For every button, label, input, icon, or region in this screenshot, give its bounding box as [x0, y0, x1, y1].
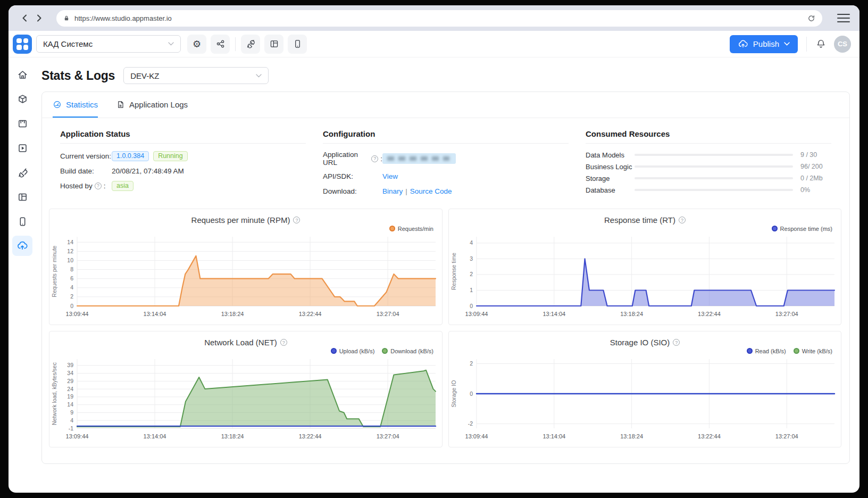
chart-title: Requests per minute (RPM)	[191, 215, 290, 225]
web-designer-button[interactable]	[264, 35, 283, 54]
browser-forward-button[interactable]	[32, 11, 46, 25]
svg-text:13:18:24: 13:18:24	[620, 433, 643, 439]
mobile-designer-button[interactable]	[288, 35, 307, 54]
info-sections: Application Status Current version: 1.0.…	[42, 118, 849, 203]
publish-button[interactable]: Publish	[730, 35, 798, 53]
svg-text:Response time: Response time	[450, 253, 457, 290]
notifications-button[interactable]	[815, 38, 827, 49]
application-url-label: Application URL	[323, 151, 369, 167]
download-label: Download:	[323, 187, 382, 195]
tab-label: Statistics	[66, 100, 98, 109]
chart-card-sio: Storage IO (SIO) Read (kB/s) Write (kB/s…	[448, 331, 841, 447]
svg-text:39: 39	[67, 362, 73, 368]
application-status-section: Application Status Current version: 1.0.…	[60, 118, 306, 203]
home-icon	[17, 69, 28, 80]
application-url-redacted-value[interactable]	[382, 153, 456, 164]
tab-statistics[interactable]: Statistics	[53, 92, 98, 118]
hosted-by-badge: asia	[112, 181, 133, 191]
sidebar-item-endpoints[interactable]	[12, 138, 32, 158]
svg-text:4: 4	[470, 239, 473, 246]
rpm-chart: 0246810121413:09:4413:14:0413:18:2413:22…	[51, 234, 441, 322]
legend-dot	[389, 226, 395, 231]
sidebar-item-modules[interactable]	[12, 162, 32, 182]
browser-back-button[interactable]	[18, 11, 32, 25]
avatar-initials: CS	[838, 40, 847, 48]
play-square-icon	[17, 143, 28, 154]
api-sdk-row: API/SDK: View	[323, 171, 569, 181]
svg-text:2: 2	[70, 293, 73, 300]
browser-menu-button[interactable]	[837, 14, 850, 22]
help-icon[interactable]	[673, 339, 680, 346]
layout-icon	[17, 192, 28, 203]
svg-text:34: 34	[67, 370, 73, 376]
svg-text:1: 1	[470, 287, 473, 293]
chevron-down-icon	[784, 42, 790, 46]
app-header: КАД Системс ⚙ Publish CS	[9, 31, 859, 57]
user-avatar[interactable]: CS	[834, 36, 851, 53]
download-source-code-link[interactable]: Source Code	[410, 187, 452, 195]
progress-bar	[635, 154, 793, 156]
phone-icon	[17, 216, 28, 227]
environment-selector-value: DEV-KZ	[130, 71, 159, 80]
version-badge: 1.0.0.384	[112, 151, 149, 161]
chart-card-net: Network Load (NET) Upload (kB/s) Downloa…	[49, 331, 443, 447]
publish-label: Publish	[753, 39, 779, 48]
help-icon[interactable]	[293, 217, 300, 223]
download-binary-link[interactable]: Binary	[382, 187, 403, 195]
sidebar-item-home[interactable]	[12, 64, 32, 85]
page-title: Stats & Logs	[41, 69, 115, 83]
plug-icon	[246, 39, 256, 49]
refresh-icon[interactable]	[807, 14, 815, 22]
modules-button[interactable]	[241, 35, 260, 54]
browser-address-bar[interactable]: https://www.studio.appmaster.io	[56, 10, 822, 27]
cloud-upload-icon	[16, 240, 28, 252]
svg-text:13:14:04: 13:14:04	[542, 433, 565, 439]
progress-bar	[635, 165, 793, 168]
legend-dot	[747, 348, 753, 354]
svg-text:13:14:04: 13:14:04	[144, 311, 166, 317]
sidebar-item-data-models[interactable]	[12, 89, 32, 109]
help-icon[interactable]	[95, 182, 102, 189]
help-icon[interactable]	[371, 155, 378, 162]
build-date-row: Build date: 20/08/21, 07:48:49 AM	[60, 165, 306, 176]
hosted-by-label: Hosted by	[60, 182, 93, 190]
progress-bar	[635, 189, 793, 191]
address-url: https://www.studio.appmaster.io	[74, 14, 807, 22]
appmaster-logo[interactable]	[13, 35, 32, 54]
build-date-value: 20/08/21, 07:48:49 AM	[112, 167, 184, 175]
legend-label: Read (kB/s)	[755, 348, 786, 354]
svg-text:6: 6	[70, 275, 73, 281]
resource-row: Business Logic 96/ 200	[586, 162, 831, 171]
chevron-left-icon	[20, 13, 30, 23]
cloud-upload-icon	[738, 39, 748, 49]
sidebar-item-business-processes[interactable]	[12, 113, 32, 134]
legend-label: Download (kB/s)	[390, 348, 433, 354]
sidebar-item-mobile-app[interactable]	[12, 211, 32, 231]
sidebar-item-web-app[interactable]	[12, 187, 32, 207]
sidebar	[9, 57, 36, 493]
svg-text:13:14:04: 13:14:04	[144, 433, 166, 439]
help-icon[interactable]	[280, 339, 287, 346]
settings-button[interactable]: ⚙	[187, 35, 206, 54]
rt-chart: 0123413:09:4413:14:0413:18:2413:22:4413:…	[450, 234, 840, 322]
svg-text:9: 9	[70, 409, 73, 416]
separator: |	[405, 187, 407, 195]
tab-application-logs[interactable]: Application Logs	[116, 92, 188, 118]
share-button[interactable]	[211, 35, 230, 54]
svg-text:13:22:44: 13:22:44	[698, 433, 721, 439]
svg-text:13:27:04: 13:27:04	[377, 433, 399, 439]
help-icon[interactable]	[679, 217, 686, 223]
resource-row: Storage 0 / 2Mb	[586, 174, 831, 182]
svg-text:2: 2	[470, 360, 473, 367]
project-selector[interactable]: КАД Системс	[36, 35, 181, 53]
sidebar-item-deploy-stats[interactable]	[12, 236, 32, 256]
svg-text:4: 4	[70, 417, 73, 424]
environment-selector[interactable]: DEV-KZ	[123, 67, 269, 84]
svg-text:10: 10	[67, 257, 73, 263]
svg-text:-2: -2	[468, 420, 473, 427]
legend-label: Response time (ms)	[780, 226, 832, 232]
api-sdk-view-link[interactable]: View	[382, 172, 398, 180]
legend-dot	[772, 226, 778, 231]
legend-dot	[331, 348, 337, 354]
chart-title: Storage IO (SIO)	[610, 338, 670, 347]
